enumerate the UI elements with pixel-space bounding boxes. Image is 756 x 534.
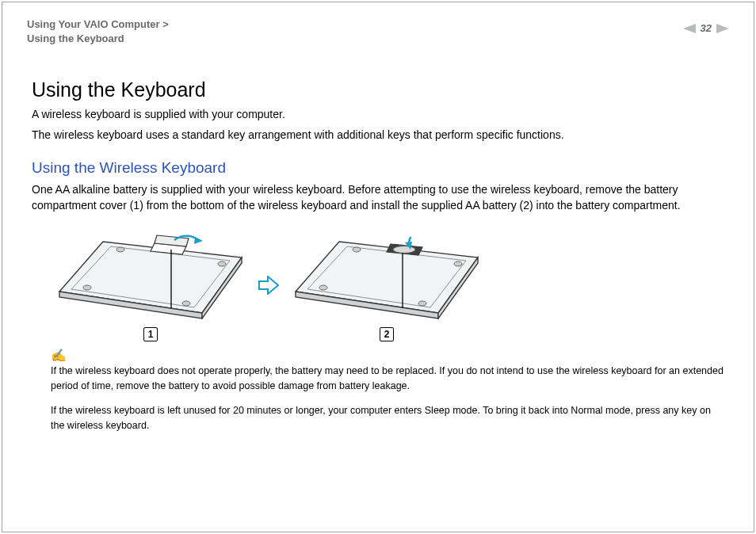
- section-heading: Using the Wireless Keyboard: [32, 159, 724, 177]
- breadcrumb-line1: Using Your VAIO Computer >: [27, 17, 169, 32]
- svg-point-22: [353, 247, 361, 252]
- illustration-row: 1: [55, 232, 724, 341]
- svg-marker-1: [716, 24, 729, 33]
- keyboard-bottom-illustration-2: [292, 232, 482, 322]
- prev-page-icon[interactable]: [683, 24, 696, 33]
- note-icon: ✍: [51, 349, 724, 362]
- step-arrow-icon: [258, 276, 279, 298]
- breadcrumb-line2: Using the Keyboard: [27, 32, 169, 46]
- svg-point-9: [116, 247, 124, 252]
- callout-2: 2: [380, 327, 394, 341]
- svg-marker-14: [259, 277, 278, 294]
- intro-paragraph-1: A wireless keyboard is supplied with you…: [32, 106, 724, 122]
- svg-point-24: [393, 246, 415, 254]
- section-body: One AA alkaline battery is supplied with…: [32, 181, 724, 214]
- svg-marker-0: [683, 24, 696, 33]
- svg-point-19: [319, 285, 327, 290]
- note-1: If the wireless keyboard does not operat…: [51, 364, 724, 394]
- intro-paragraph-2: The wireless keyboard uses a standard ke…: [32, 127, 724, 143]
- svg-point-6: [83, 285, 91, 290]
- svg-point-8: [218, 261, 226, 266]
- breadcrumb: Using Your VAIO Computer > Using the Key…: [27, 17, 169, 45]
- keyboard-bottom-illustration-1: [55, 232, 246, 322]
- pager: 32: [683, 17, 729, 34]
- svg-point-7: [182, 301, 190, 306]
- note-2: If the wireless keyboard is left unused …: [51, 403, 724, 433]
- page-title: Using the Keyboard: [32, 78, 724, 101]
- next-page-icon[interactable]: [716, 24, 729, 33]
- svg-point-20: [418, 301, 426, 306]
- svg-point-21: [454, 261, 462, 266]
- page-number: 32: [701, 22, 712, 34]
- callout-1: 1: [143, 327, 158, 341]
- svg-marker-12: [194, 237, 203, 244]
